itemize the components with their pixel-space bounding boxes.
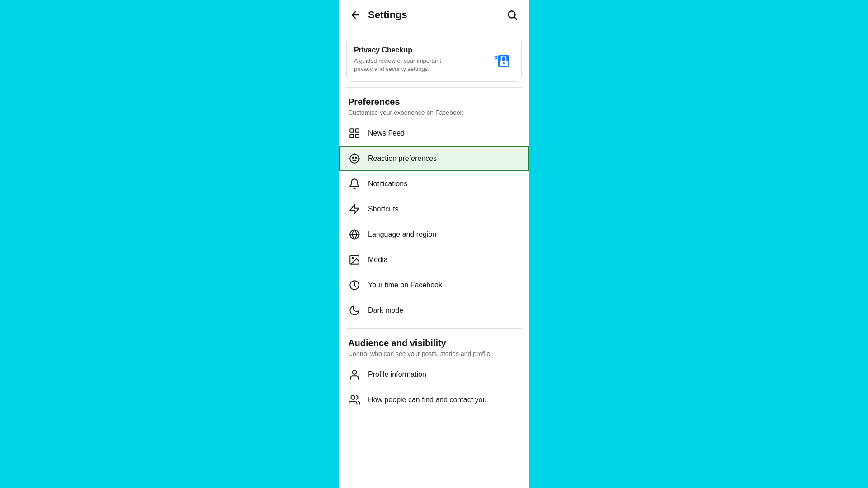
search-button[interactable] bbox=[505, 7, 520, 23]
preferences-title: Preferences bbox=[348, 97, 520, 107]
menu-item-find-contact[interactable]: How people can find and contact you bbox=[339, 387, 529, 413]
media-label: Media bbox=[368, 256, 388, 264]
back-button[interactable] bbox=[348, 8, 363, 22]
privacy-checkup-title: Privacy Checkup bbox=[354, 46, 453, 54]
svg-rect-8 bbox=[355, 129, 359, 133]
content-area: Privacy Checkup A guided review of your … bbox=[339, 30, 529, 488]
divider-1 bbox=[346, 87, 522, 88]
language-region-label: Language and region bbox=[368, 230, 436, 239]
search-icon bbox=[506, 9, 518, 21]
privacy-checkup-description: A guided review of your important privac… bbox=[354, 57, 453, 73]
menu-item-notifications[interactable]: Notifications bbox=[339, 171, 529, 197]
svg-point-5 bbox=[495, 57, 497, 59]
svg-rect-6 bbox=[350, 129, 354, 133]
menu-item-profile-information[interactable]: Profile information bbox=[339, 362, 529, 387]
find-contact-label: How people can find and contact you bbox=[368, 396, 486, 404]
moon-icon bbox=[348, 304, 361, 317]
profile-information-label: Profile information bbox=[368, 371, 426, 379]
dark-mode-label: Dark mode bbox=[368, 306, 403, 314]
clock-icon bbox=[348, 279, 361, 291]
shortcuts-icon bbox=[348, 203, 361, 216]
svg-point-20 bbox=[353, 371, 357, 375]
news-feed-icon bbox=[348, 127, 361, 140]
header: Settings bbox=[339, 0, 529, 30]
notifications-icon bbox=[348, 178, 361, 190]
svg-point-13 bbox=[354, 154, 355, 155]
privacy-card-text: Privacy Checkup A guided review of your … bbox=[354, 46, 453, 73]
shortcuts-label: Shortcuts bbox=[368, 205, 399, 213]
svg-point-18 bbox=[352, 258, 354, 259]
page-title: Settings bbox=[368, 9, 407, 21]
find-contact-icon bbox=[348, 394, 361, 406]
svg-point-10 bbox=[350, 155, 359, 164]
menu-item-reaction-preferences[interactable]: Reaction preferences bbox=[339, 146, 529, 171]
svg-rect-7 bbox=[350, 135, 354, 138]
menu-item-language-region[interactable]: Language and region bbox=[339, 222, 529, 247]
menu-item-shortcuts[interactable]: Shortcuts bbox=[339, 197, 529, 222]
preferences-section-heading: Preferences Customise your experience on… bbox=[339, 93, 529, 121]
profile-icon bbox=[348, 368, 361, 381]
divider-2 bbox=[346, 328, 522, 329]
svg-point-12 bbox=[355, 157, 357, 159]
menu-item-news-feed[interactable]: News Feed bbox=[339, 121, 529, 146]
privacy-checkup-icon bbox=[489, 47, 514, 72]
svg-point-14 bbox=[359, 158, 359, 159]
svg-point-21 bbox=[351, 396, 355, 400]
audience-title: Audience and visibility bbox=[348, 338, 520, 348]
back-icon bbox=[350, 9, 361, 20]
reaction-preferences-icon bbox=[348, 152, 361, 165]
menu-item-dark-mode[interactable]: Dark mode bbox=[339, 298, 529, 323]
media-icon bbox=[348, 253, 361, 266]
audience-subtitle: Control who can see your posts, stories … bbox=[348, 350, 520, 357]
phone-container: Settings Privacy Checkup A guided review… bbox=[339, 0, 529, 488]
svg-point-11 bbox=[352, 157, 354, 159]
time-on-facebook-label: Your time on Facebook bbox=[368, 281, 442, 289]
news-feed-label: News Feed bbox=[368, 129, 405, 137]
svg-point-3 bbox=[503, 62, 505, 64]
reaction-preferences-label: Reaction preferences bbox=[368, 155, 437, 163]
preferences-subtitle: Customise your experience on Facebook. bbox=[348, 109, 520, 116]
privacy-checkup-card[interactable]: Privacy Checkup A guided review of your … bbox=[346, 38, 522, 82]
globe-icon bbox=[348, 228, 361, 241]
svg-rect-9 bbox=[355, 135, 359, 138]
audience-section-heading: Audience and visibility Control who can … bbox=[339, 334, 529, 362]
svg-marker-15 bbox=[350, 205, 359, 215]
notifications-label: Notifications bbox=[368, 180, 407, 188]
menu-item-time-on-facebook[interactable]: Your time on Facebook bbox=[339, 272, 529, 298]
menu-item-media[interactable]: Media bbox=[339, 247, 529, 272]
header-left: Settings bbox=[348, 8, 407, 22]
